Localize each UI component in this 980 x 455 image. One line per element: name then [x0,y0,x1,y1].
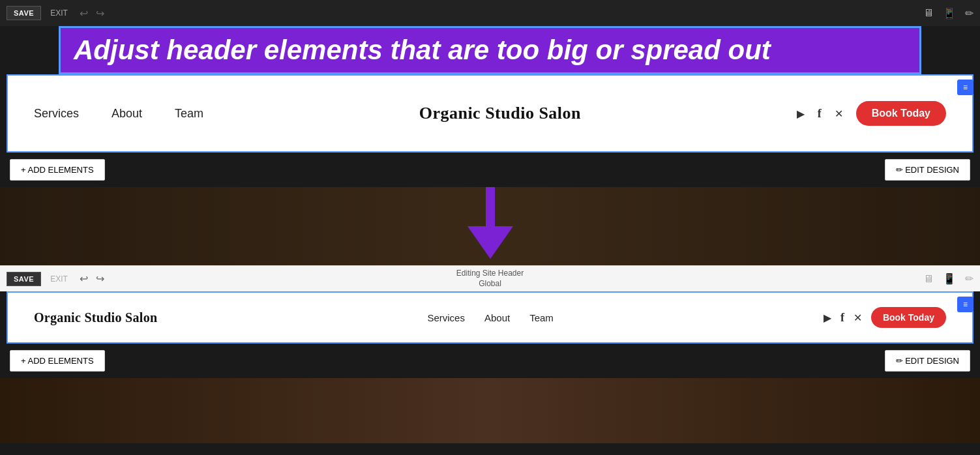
banner-title: Adjust header elements that are too big … [74,35,906,66]
hero-area [0,187,980,265]
exit-button-1[interactable]: EXIT [46,6,72,20]
twitter-icon-2[interactable] [854,312,862,324]
nav-about-2[interactable]: About [484,312,510,323]
book-today-button-1[interactable]: Book Today [856,101,946,126]
pen-icon-2[interactable]: ✏ [965,272,973,285]
edit-design-button-1[interactable]: ✏ EDIT DESIGN [885,159,970,181]
brand-title-2: Organic Studio Salon [34,310,157,325]
save-button-2[interactable]: SAVE [7,272,41,286]
desktop-icon[interactable]: 🖥 [923,7,934,19]
header-nav-bar-2: Organic Studio Salon Services About Team… [7,291,973,344]
save-button-1[interactable]: SAVE [7,6,41,20]
facebook-icon-2[interactable] [840,311,844,325]
nav-services-2[interactable]: Services [427,312,465,323]
youtube-icon-1[interactable] [797,107,805,121]
arrow-indicator [468,187,513,259]
undo-button-2[interactable]: ↩ [77,271,91,286]
toolbar-right-2: 🖥 📱 ✏ [923,272,973,285]
twitter-icon-1[interactable] [835,107,843,121]
global-label: Global [456,279,524,289]
header-section-before: Services About Team Organic Studio Salon… [0,74,980,153]
editing-label: Editing Site Header [456,269,524,279]
nav-team-2[interactable]: Team [529,312,554,323]
nav-about-1[interactable]: About [111,107,142,121]
nav-links-left: Services About Team [34,107,203,121]
header-section-after: Organic Studio Salon Services About Team… [0,291,980,344]
hero-section-2 [0,378,980,443]
redo-button-2[interactable]: ↪ [93,271,107,286]
arrow-head [468,226,513,259]
header-settings-btn-2[interactable]: ≡ [957,297,973,312]
nav-team-1[interactable]: Team [175,107,203,121]
redo-button[interactable]: ↪ [93,6,107,21]
header-right-2: Book Today [824,307,946,328]
undo-redo-group-2: ↩ ↪ [77,271,107,286]
book-today-button-2[interactable]: Book Today [871,307,946,328]
mobile-icon-2[interactable]: 📱 [943,272,956,285]
undo-button[interactable]: ↩ [77,6,91,21]
brand-title-1: Organic Studio Salon [419,104,581,123]
header-right-1: Book Today [797,101,946,126]
action-bar-2: + ADD ELEMENTS ✏ EDIT DESIGN [0,344,980,378]
mobile-icon[interactable]: 📱 [943,7,956,20]
undo-redo-group: ↩ ↪ [77,6,107,21]
top-toolbar: SAVE EXIT ↩ ↪ 🖥 📱 ✏ [0,0,980,26]
arrow-shaft [486,187,495,226]
pen-icon[interactable]: ✏ [965,7,973,20]
toolbar-right-1: 🖥 📱 ✏ [923,7,973,20]
youtube-icon-2[interactable] [824,312,831,324]
add-elements-button-2[interactable]: + ADD ELEMENTS [10,350,105,372]
second-toolbar: SAVE EXIT ↩ ↪ Editing Site Header Global… [0,265,980,291]
nav-links-2: Services About Team [427,312,553,323]
exit-button-2[interactable]: EXIT [46,272,72,286]
facebook-icon-1[interactable] [818,107,822,121]
action-bar-1: + ADD ELEMENTS ✏ EDIT DESIGN [0,153,980,187]
header-settings-btn-1[interactable]: ≡ [957,80,973,95]
edit-design-button-2[interactable]: ✏ EDIT DESIGN [885,350,970,372]
header-nav-bar-1: Services About Team Organic Studio Salon… [7,74,973,153]
desktop-icon-2[interactable]: 🖥 [923,273,934,285]
announcement-banner: Adjust header elements that are too big … [59,26,921,74]
toolbar-center-label: Editing Site Header Global [456,269,524,289]
nav-services-1[interactable]: Services [34,107,79,121]
add-elements-button-1[interactable]: + ADD ELEMENTS [10,159,105,181]
